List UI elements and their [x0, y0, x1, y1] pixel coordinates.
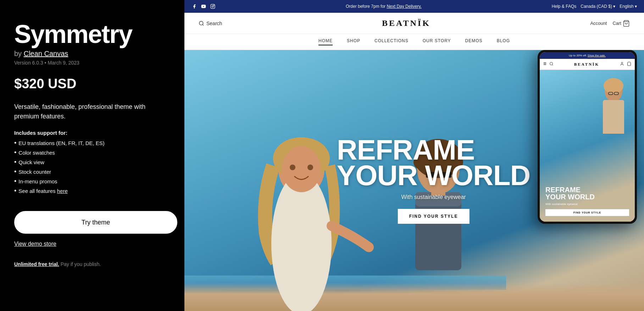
- feature-3: Quick view: [14, 159, 170, 166]
- view-demo-button[interactable]: View demo store: [14, 241, 170, 247]
- mobile-hero-heading: REFRAME YOUR WORLD: [545, 186, 629, 200]
- country-selector[interactable]: Canada (CAD $) ▾: [581, 4, 615, 9]
- svg-rect-33: [603, 100, 624, 134]
- svg-rect-0: [211, 4, 215, 9]
- mobile-preview: Up to 20% off. Shop the sale. ☰ BEATNÏK: [538, 50, 637, 224]
- store-search[interactable]: Search: [199, 21, 222, 26]
- nav-demos[interactable]: DEMOS: [465, 38, 483, 45]
- store-nav: HOME SHOP COLLECTIONS OUR STORY DEMOS BL…: [184, 34, 644, 50]
- cart-link[interactable]: Cart: [612, 20, 630, 27]
- topbar-right: Help & FAQs Canada (CAD $) ▾ English ▾: [552, 4, 637, 9]
- mobile-sale-link[interactable]: Shop the sale.: [588, 54, 606, 57]
- nav-shop[interactable]: SHOP: [347, 38, 360, 45]
- author-link[interactable]: Clean Canvas: [24, 50, 68, 57]
- store-hero: REFRAME YOUR WORLD With sustainable eyew…: [184, 50, 644, 311]
- instagram-icon: [210, 4, 216, 9]
- hero-text: REFRAME YOUR WORLD With sustainable eyew…: [337, 137, 531, 224]
- mobile-hero: REFRAME YOUR WORLD With sustainable eyew…: [540, 70, 635, 222]
- theme-price: $320 USD: [14, 76, 170, 91]
- store-logo: BEATNÏK: [382, 18, 431, 28]
- svg-point-27: [621, 62, 623, 64]
- svg-point-12: [307, 165, 313, 170]
- right-panel: Order before 7pm for Next Day Delivery. …: [184, 0, 644, 311]
- theme-version: Version 6.0.3 • March 9, 2023: [14, 60, 170, 66]
- nav-our-story[interactable]: OUR STORY: [423, 38, 451, 45]
- topbar-announcement: Order before 7pm for Next Day Delivery.: [346, 4, 422, 9]
- unlimited-trial-link[interactable]: Unlimited free trial.: [14, 261, 59, 267]
- svg-point-29: [604, 78, 623, 94]
- feature-5: In-menu promos: [14, 178, 170, 185]
- mobile-menu-icons: ☰: [543, 62, 554, 67]
- svg-line-26: [552, 65, 553, 65]
- svg-point-11: [290, 165, 295, 170]
- svg-point-3: [199, 21, 203, 25]
- language-selector[interactable]: English ▾: [620, 4, 637, 9]
- mobile-hero-cta-button[interactable]: FIND YOUR STYLE: [545, 209, 629, 216]
- hero-subheading: With sustainable eyewear: [337, 194, 531, 200]
- svg-point-10: [282, 146, 321, 192]
- free-trial-text: Unlimited free trial. Pay if you publish…: [14, 261, 170, 267]
- mobile-hero-subheading: With sustainable eyewear: [545, 202, 629, 206]
- feature-4: Stock counter: [14, 168, 170, 176]
- svg-point-8: [271, 173, 332, 311]
- try-theme-button[interactable]: Try theme: [14, 211, 177, 234]
- mobile-hamburger-icon[interactable]: ☰: [543, 62, 546, 67]
- delivery-link[interactable]: Next Day Delivery.: [387, 4, 421, 9]
- svg-point-2: [214, 5, 214, 5]
- feature-2: Color swatches: [14, 149, 170, 156]
- store-preview: Order before 7pm for Next Day Delivery. …: [184, 0, 644, 311]
- theme-description: Versatile, fashionable, professional the…: [14, 102, 170, 121]
- youtube-icon: [201, 4, 206, 9]
- store-actions: Account Cart: [590, 20, 630, 27]
- features-list: EU translations (EN, FR, IT, DE, ES) Col…: [14, 139, 170, 197]
- mobile-account-icon[interactable]: [620, 62, 624, 67]
- cart-icon: [623, 20, 630, 27]
- nav-blog[interactable]: BLOG: [497, 38, 510, 45]
- svg-line-4: [202, 24, 204, 26]
- help-link[interactable]: Help & FAQs: [552, 4, 576, 9]
- facebook-icon: [191, 4, 197, 9]
- mobile-topbar: Up to 20% off. Shop the sale.: [540, 52, 635, 59]
- search-icon: [199, 21, 204, 26]
- svg-point-1: [212, 6, 214, 7]
- mobile-cart-icon[interactable]: [627, 62, 631, 67]
- left-panel: Symmetry by Clean Canvas Version 6.0.3 •…: [0, 0, 184, 311]
- mobile-search-icon[interactable]: [549, 62, 554, 67]
- mobile-person-figure: [596, 77, 631, 134]
- mobile-header: ☰ BEATNÏK: [540, 59, 635, 70]
- hero-heading: REFRAME YOUR WORLD: [337, 137, 531, 188]
- store-topbar: Order before 7pm for Next Day Delivery. …: [184, 0, 644, 13]
- svg-point-25: [550, 62, 553, 65]
- theme-title: Symmetry: [14, 21, 170, 47]
- feature-6: See all features here: [14, 187, 170, 195]
- mobile-screen: Up to 20% off. Shop the sale. ☰ BEATNÏK: [540, 52, 635, 222]
- hero-cta-button[interactable]: FIND YOUR STYLE: [398, 209, 470, 224]
- store-header: Search BEATNÏK Account Cart: [184, 13, 644, 34]
- includes-label: Includes support for:: [14, 130, 170, 136]
- nav-home[interactable]: HOME: [318, 38, 333, 45]
- topbar-social: [191, 4, 216, 9]
- nav-collections[interactable]: COLLECTIONS: [374, 38, 409, 45]
- features-link[interactable]: here: [57, 188, 68, 194]
- theme-by: by Clean Canvas: [14, 50, 170, 58]
- mobile-action-icons: [620, 62, 631, 67]
- account-link[interactable]: Account: [590, 21, 607, 26]
- mobile-logo: BEATNÏK: [574, 62, 599, 66]
- feature-1: EU translations (EN, FR, IT, DE, ES): [14, 139, 170, 147]
